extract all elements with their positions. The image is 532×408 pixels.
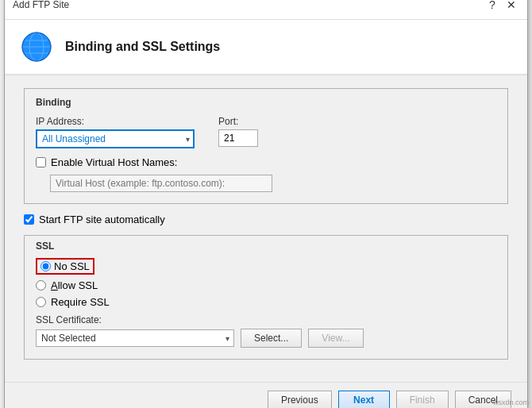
require-ssl-row: Require SSL bbox=[36, 296, 496, 308]
cert-controls: Not Selected ▾ Select... View... bbox=[36, 329, 496, 348]
title-bar-left: Add FTP Site bbox=[13, 0, 69, 10]
cancel-button[interactable]: Cancel bbox=[455, 391, 511, 408]
help-button[interactable]: ? bbox=[484, 0, 500, 13]
port-input[interactable] bbox=[218, 129, 258, 147]
allow-ssl-row: AAllow SSLllow SSL bbox=[36, 279, 496, 291]
page-title: Binding and SSL Settings bbox=[65, 40, 220, 54]
header-section: Binding and SSL Settings bbox=[5, 20, 527, 75]
no-ssl-label: No SSL bbox=[54, 260, 90, 272]
virtual-host-input-row bbox=[36, 175, 496, 192]
ip-address-select[interactable]: All Unassigned bbox=[36, 129, 195, 148]
next-button[interactable]: Next bbox=[338, 391, 390, 408]
no-ssl-radio[interactable] bbox=[40, 261, 51, 271]
finish-button[interactable]: Finish bbox=[396, 391, 449, 408]
virtual-host-label: Enable Virtual Host Names: bbox=[51, 156, 177, 168]
no-ssl-row: No SSL bbox=[36, 258, 496, 275]
content-area: Binding IP Address: All Unassigned ▾ Por… bbox=[5, 75, 527, 382]
port-field-group: Port: bbox=[218, 116, 258, 147]
select-cert-button[interactable]: Select... bbox=[241, 329, 302, 348]
virtual-host-checkbox[interactable] bbox=[36, 157, 46, 167]
previous-button[interactable]: Previous bbox=[268, 391, 332, 408]
no-ssl-radio-box: No SSL bbox=[36, 258, 94, 275]
cert-select[interactable]: Not Selected bbox=[36, 329, 234, 347]
binding-group-label: Binding bbox=[36, 97, 496, 108]
title-bar: Add FTP Site ? ✕ bbox=[5, 0, 527, 20]
virtual-host-checkbox-row: Enable Virtual Host Names: bbox=[36, 156, 496, 168]
require-ssl-radio[interactable] bbox=[36, 297, 46, 307]
ssl-group: SSL No SSL AAllow SSLllow SSL Require SS… bbox=[24, 235, 508, 360]
title-bar-controls: ? ✕ bbox=[484, 0, 519, 13]
auto-start-row: Start FTP site automatically bbox=[24, 214, 508, 225]
allow-ssl-radio[interactable] bbox=[36, 280, 46, 291]
ip-dropdown-wrapper: All Unassigned ▾ bbox=[36, 129, 195, 148]
auto-start-checkbox[interactable] bbox=[24, 214, 34, 225]
virtual-host-input[interactable] bbox=[50, 175, 272, 192]
main-window: Add FTP Site ? ✕ Binding and SSL Setting… bbox=[4, 0, 528, 408]
ssl-group-label: SSL bbox=[36, 241, 496, 252]
ip-field-group: IP Address: All Unassigned ▾ bbox=[36, 116, 195, 148]
cert-label: SSL Certificate: bbox=[36, 314, 496, 325]
window-title: Add FTP Site bbox=[13, 0, 69, 10]
globe-icon bbox=[21, 31, 52, 63]
view-cert-button[interactable]: View... bbox=[308, 329, 363, 348]
ip-label: IP Address: bbox=[36, 116, 195, 127]
port-label: Port: bbox=[218, 116, 258, 127]
cert-row: SSL Certificate: Not Selected ▾ Select..… bbox=[36, 314, 496, 348]
allow-ssl-label: AAllow SSLllow SSL bbox=[51, 279, 98, 291]
footer: Previous Next Finish Cancel bbox=[5, 382, 527, 408]
cert-dropdown-wrapper: Not Selected ▾ bbox=[36, 329, 234, 347]
close-button[interactable]: ✕ bbox=[503, 0, 519, 13]
auto-start-label: Start FTP site automatically bbox=[39, 214, 165, 225]
binding-group: Binding IP Address: All Unassigned ▾ Por… bbox=[24, 88, 508, 204]
require-ssl-label: Require SSL bbox=[51, 296, 110, 308]
ip-port-row: IP Address: All Unassigned ▾ Port: bbox=[36, 116, 496, 148]
